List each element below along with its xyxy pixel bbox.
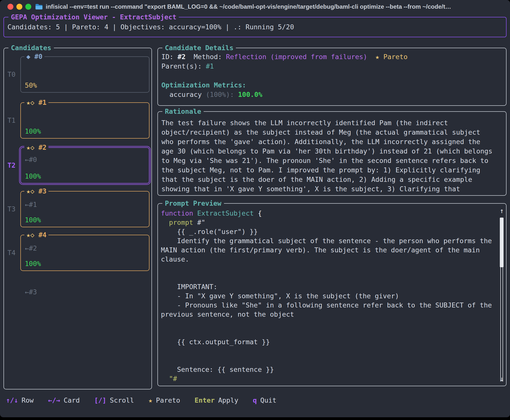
candidate-card-0[interactable]: ◆ #0 50% (20, 56, 149, 93)
parents-value: #1 (206, 62, 214, 70)
parents-label: Parent(s): (161, 62, 206, 70)
keybind-row[interactable]: ↑/↓Row (6, 396, 34, 405)
prompt-code-line (161, 273, 499, 282)
method-value: Reflection (improved from failures) (226, 53, 367, 61)
prompt-code-line: - Pronouns like "She" in a following sen… (161, 301, 499, 310)
prompt-code-line: "# (161, 374, 499, 383)
scroll-up-icon[interactable]: ↑ (499, 207, 505, 215)
prompt-code-line: Identify the grammatical subject of the … (161, 236, 499, 245)
keybind-apply[interactable]: EnterApply (195, 396, 239, 405)
candidate-id: #1 (38, 99, 47, 106)
candidate-id: #3 (38, 187, 47, 195)
method-label: Method: (186, 53, 226, 61)
maximize-button[interactable] (25, 4, 31, 10)
candidate-id: #4 (38, 231, 47, 239)
candidate-card-3[interactable]: ★◇ #3 100% ←#2 (20, 191, 149, 227)
metric-value: 100.0% (234, 91, 262, 98)
prompt-preview-panel: Prompt Preview function ExtractSubject {… (157, 203, 507, 386)
scrollbar-track[interactable] (500, 267, 503, 382)
seed-diamond-icon: ◆ (26, 53, 30, 60)
candidate-score: 100% (25, 215, 147, 225)
footer-keybar: ↑/↓Row ←/→Card [/]Scroll ★Pareto EnterAp… (6, 396, 276, 405)
prompt-scrollbar[interactable]: ↑ ↓ (499, 207, 505, 383)
row-tag-t0: T0 (7, 70, 19, 79)
rationale-text: The test failure shows the LLM incorrect… (161, 118, 504, 194)
prompt-code-line (161, 328, 499, 337)
candidate-card-2-selected[interactable]: ★◇ #2 100% ←#1 (20, 147, 149, 184)
row-tag-t4: T4 (7, 248, 19, 258)
prompt-code-line: previous sentence, not the object (161, 310, 499, 319)
screen: infisical --env=test run --command "expo… (0, 0, 510, 420)
keybind-quit[interactable]: qQuit (253, 396, 276, 405)
pareto-badge: ★ Pareto (367, 53, 408, 61)
pareto-star-diamond-icon: ★◇ (26, 144, 35, 151)
titlebar: infisical --env=test run --command "expo… (0, 0, 510, 13)
candidates-panel-title: Candidates (8, 44, 54, 52)
rationale-panel-title: Rationale (162, 107, 204, 116)
metric-name: accuracy (161, 91, 206, 98)
keybind-scroll[interactable]: [/]Scroll (94, 396, 134, 405)
candidate-id: #2 (38, 144, 47, 151)
prompt-code-line: {{ _.role("user") }} (161, 227, 499, 236)
prompt-code-line: MAIN action (the first/primary verb). Th… (161, 245, 499, 255)
pareto-star-diamond-icon: ★◇ (26, 187, 35, 195)
candidate-score: 100% (25, 259, 147, 268)
prompt-code: function ExtractSubject { prompt #" {{ _… (161, 209, 499, 383)
pareto-star-diamond-icon: ★◇ (26, 231, 35, 239)
keybind-pareto[interactable]: ★Pareto (148, 396, 180, 405)
pareto-star-diamond-icon: ★◇ (26, 99, 35, 106)
terminal-window: infisical --env=test run --command "expo… (0, 0, 510, 417)
folder-icon (35, 3, 43, 11)
metrics-heading: Optimization Metrics: (161, 81, 246, 89)
prompt-code-line: function ExtractSubject { (161, 209, 499, 218)
candidates-panel: Candidates T0 ◆ #0 50% T1 ★◇ #1 100% ←#0… (3, 48, 152, 389)
prompt-code-line (161, 264, 499, 273)
prompt-code-line: IMPORTANT: (161, 282, 499, 291)
candidate-parent: ←#3 (25, 287, 147, 297)
id-label: ID: (161, 53, 178, 61)
candidate-id: #0 (35, 53, 43, 60)
candidate-score: 50% (25, 81, 147, 90)
row-tag-t2: T2 (7, 161, 19, 170)
scroll-down-icon[interactable]: ↓ (499, 375, 505, 383)
id-value: #2 (178, 53, 186, 61)
prompt-code-line: - In "X gave Y something", X is the subj… (161, 291, 499, 301)
candidate-score: 100% (25, 127, 147, 136)
header-panel: GEPA Optimization Viewer - ExtractSubjec… (3, 17, 507, 37)
prompt-code-line (161, 346, 499, 356)
keybind-card[interactable]: ←/→Card (48, 396, 80, 405)
prompt-code-line: {{ ctx.output_format }} (161, 337, 499, 346)
minimize-button[interactable] (16, 4, 22, 10)
row-tag-t3: T3 (7, 204, 19, 214)
scrollbar-thumb[interactable] (500, 218, 504, 267)
window-title: infisical --env=test run --command "expo… (46, 0, 505, 13)
prompt-code-line: clause. (161, 255, 499, 264)
header-title: GEPA Optimization Viewer - ExtractSubjec… (8, 13, 179, 21)
prompt-code-line (161, 319, 499, 328)
rationale-panel: Rationale The test failure shows the LLM… (157, 111, 507, 196)
candidate-score: 100% (25, 172, 147, 181)
metric-weight: (100%): (206, 91, 234, 98)
close-button[interactable] (7, 4, 13, 10)
details-panel-title: Candidate Details (162, 44, 236, 52)
prompt-code-line (161, 356, 499, 365)
prompt-code-line: prompt #" (161, 218, 499, 227)
prompt-panel-title: Prompt Preview (162, 199, 224, 208)
prompt-code-line: Sentence: {{ sentence }} (161, 365, 499, 374)
candidate-card-1[interactable]: ★◇ #1 100% ←#0 (20, 102, 149, 139)
row-tag-t1: T1 (7, 116, 19, 125)
candidate-details-panel: Candidate Details ID: #2 Method: Reflect… (157, 48, 507, 106)
status-line: Candidates: 5 | Pareto: 4 | Objectives: … (7, 23, 294, 31)
candidate-card-4[interactable]: ★◇ #4 100% ←#3 (20, 235, 149, 271)
